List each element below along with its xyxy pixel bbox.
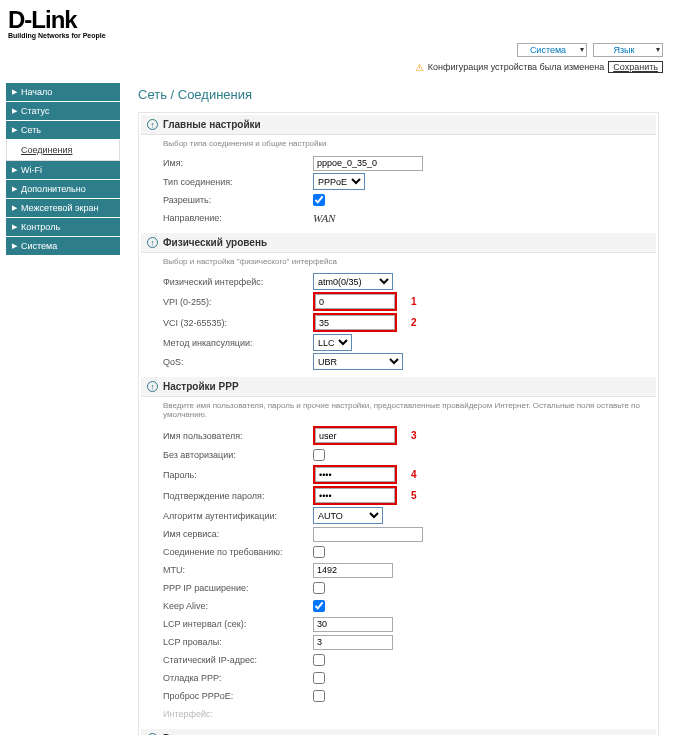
passthru-checkbox[interactable] xyxy=(313,690,325,702)
ondemand-label: Соединение по требованию: xyxy=(163,547,313,557)
direction-value: WAN xyxy=(313,212,335,224)
nav-system[interactable]: ▶Система xyxy=(6,237,120,256)
section-header: ↑ Главные настройки xyxy=(141,115,656,135)
pppip-checkbox[interactable] xyxy=(313,582,325,594)
nav-sub-connections[interactable]: Соединения xyxy=(6,140,120,161)
vci-label: VCI (32-65535): xyxy=(163,318,313,328)
section-desc: Выбор и настройка "физического" интерфей… xyxy=(141,253,656,272)
vci-input[interactable] xyxy=(315,315,395,330)
logo-sub: Building Networks for People xyxy=(8,32,665,39)
mtu-input[interactable] xyxy=(313,563,393,578)
section-header: ↑ Настройки PPP xyxy=(141,377,656,397)
lcpint-label: LCP интервал (сек): xyxy=(163,619,313,629)
keepalive-label: Keep Alive: xyxy=(163,601,313,611)
iface2-label: Интерфейс: xyxy=(163,709,313,719)
ondemand-checkbox[interactable] xyxy=(313,546,325,558)
password-input[interactable] xyxy=(315,467,395,482)
arrow-icon: ▶ xyxy=(12,126,17,134)
annotation-3: 3 xyxy=(411,430,417,441)
service-input[interactable] xyxy=(313,527,423,542)
header: D-Link Building Networks for People xyxy=(0,0,673,41)
auth-label: Алгоритм аутентификации: xyxy=(163,511,313,521)
system-dropdown[interactable]: Система xyxy=(517,43,587,57)
nav-start[interactable]: ▶Начало xyxy=(6,83,120,102)
breadcrumb: Сеть / Соединения xyxy=(138,87,659,102)
auth-select[interactable]: AUTO xyxy=(313,507,383,524)
keepalive-checkbox[interactable] xyxy=(313,600,325,612)
debug-label: Отладка PPP: xyxy=(163,673,313,683)
logo-main: D-Link xyxy=(8,6,665,34)
name-input[interactable] xyxy=(313,156,423,171)
section-title: Главные настройки xyxy=(163,119,261,130)
nav-label: Межсетевой экран xyxy=(21,203,98,213)
staticip-checkbox[interactable] xyxy=(313,654,325,666)
noauth-checkbox[interactable] xyxy=(313,449,325,461)
vpi-label: VPI (0-255): xyxy=(163,297,313,307)
pppip-label: PPP IP расширение: xyxy=(163,583,313,593)
encaps-select[interactable]: LLC xyxy=(313,334,352,351)
name-label: Имя: xyxy=(163,158,313,168)
nav-network[interactable]: ▶Сеть xyxy=(6,121,120,140)
nav-control[interactable]: ▶Контроль xyxy=(6,218,120,237)
sidebar: ▶Начало ▶Статус ▶Сеть Соединения ▶Wi-Fi … xyxy=(0,79,124,735)
arrow-icon: ▶ xyxy=(12,204,17,212)
type-select[interactable]: PPPoE xyxy=(313,173,365,190)
arrow-icon: ▶ xyxy=(12,166,17,174)
logo: D-Link Building Networks for People xyxy=(8,6,665,39)
section-desc: Выбор типа соединения и общие настройки xyxy=(141,135,656,154)
notice-text: Конфигурация устройства была изменена xyxy=(428,62,604,72)
nav-wifi[interactable]: ▶Wi-Fi xyxy=(6,161,120,180)
iface-select[interactable]: atm0(0/35) xyxy=(313,273,393,290)
password2-label: Подтверждение пароля: xyxy=(163,491,313,501)
lcpfail-input[interactable] xyxy=(313,635,393,650)
username-input[interactable] xyxy=(315,428,395,443)
notice-bar: ⚠ Конфигурация устройства была изменена … xyxy=(0,59,673,79)
section-header: ↑ Физический уровень xyxy=(141,233,656,253)
qos-label: QoS: xyxy=(163,357,313,367)
nav-firewall[interactable]: ▶Межсетевой экран xyxy=(6,199,120,218)
nav-status[interactable]: ▶Статус xyxy=(6,102,120,121)
nav-label: Статус xyxy=(21,106,49,116)
collapse-icon[interactable]: ↑ xyxy=(147,119,158,130)
allow-checkbox[interactable] xyxy=(313,194,325,206)
nav-label: Сеть xyxy=(21,125,41,135)
section-misc: ↑ Разное Включить IGMP: NAT: Сетевой экр… xyxy=(141,729,656,735)
nav-advanced[interactable]: ▶Дополнительно xyxy=(6,180,120,199)
vpi-input[interactable] xyxy=(315,294,395,309)
service-label: Имя сервиса: xyxy=(163,529,313,539)
nav-label: Начало xyxy=(21,87,52,97)
section-main: ↑ Главные настройки Выбор типа соединени… xyxy=(141,115,656,233)
username-label: Имя пользователя: xyxy=(163,431,313,441)
section-header: ↑ Разное xyxy=(141,729,656,735)
allow-label: Разрешить: xyxy=(163,195,313,205)
staticip-label: Статический IP-адрес: xyxy=(163,655,313,665)
section-ppp: ↑ Настройки PPP Введите имя пользователя… xyxy=(141,377,656,729)
warning-icon: ⚠ xyxy=(415,62,424,73)
language-dropdown[interactable]: Язык xyxy=(593,43,663,57)
qos-select[interactable]: UBR xyxy=(313,353,403,370)
arrow-icon: ▶ xyxy=(12,242,17,250)
noauth-label: Без авторизации: xyxy=(163,450,313,460)
section-physical: ↑ Физический уровень Выбор и настройка "… xyxy=(141,233,656,377)
debug-checkbox[interactable] xyxy=(313,672,325,684)
main-panel: Сеть / Соединения ↑ Главные настройки Вы… xyxy=(124,79,673,735)
annotation-2: 2 xyxy=(411,317,417,328)
collapse-icon[interactable]: ↑ xyxy=(147,381,158,392)
nav-label: Дополнительно xyxy=(21,184,86,194)
password2-input[interactable] xyxy=(315,488,395,503)
lcpfail-label: LCP провалы: xyxy=(163,637,313,647)
arrow-icon: ▶ xyxy=(12,88,17,96)
annotation-4: 4 xyxy=(411,469,417,480)
encaps-label: Метод инкапсуляции: xyxy=(163,338,313,348)
arrow-icon: ▶ xyxy=(12,107,17,115)
annotation-5: 5 xyxy=(411,490,417,501)
iface-label: Физический интерфейс: xyxy=(163,277,313,287)
arrow-icon: ▶ xyxy=(12,185,17,193)
collapse-icon[interactable]: ↑ xyxy=(147,237,158,248)
password-label: Пароль: xyxy=(163,470,313,480)
save-link-top[interactable]: Сохранить xyxy=(608,61,663,73)
nav-label: Контроль xyxy=(21,222,60,232)
nav-label: Wi-Fi xyxy=(21,165,42,175)
lcpint-input[interactable] xyxy=(313,617,393,632)
passthru-label: Проброс PPPoE: xyxy=(163,691,313,701)
